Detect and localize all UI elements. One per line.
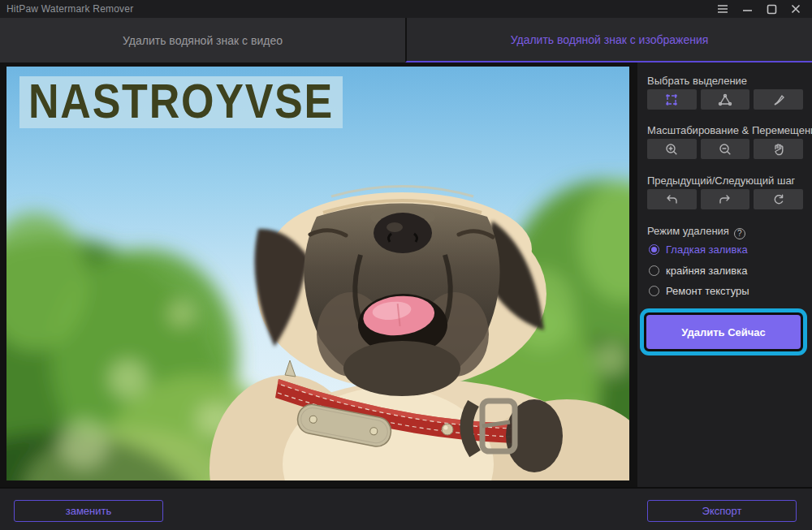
pug-photo: NASTROYVSE	[6, 67, 629, 480]
radio-dot	[649, 265, 659, 276]
history-tools	[647, 189, 803, 209]
window-title: HitPaw Watermark Remover	[6, 3, 133, 15]
undo-icon	[664, 193, 679, 206]
radio-label: Ремонт текстуры	[666, 285, 749, 297]
tools-sidebar: Выбрать выделение	[637, 62, 812, 487]
title-bar: HitPaw Watermark Remover	[0, 0, 812, 18]
help-icon[interactable]: ?	[734, 228, 745, 239]
watermark-text: NASTROYVSE	[28, 74, 334, 128]
radio-edge-fill[interactable]: крайняя заливка	[649, 265, 747, 277]
radio-dot	[649, 286, 659, 296]
zoom-in-button[interactable]	[647, 139, 697, 159]
tab-label: Удалить водяной знак с видео	[123, 34, 283, 47]
tab-remove-watermark-image[interactable]: Удалить водяной знак с изображения	[405, 18, 812, 62]
brush-icon	[771, 93, 786, 107]
remove-now-button[interactable]: Удалить Сейчас	[646, 315, 801, 349]
highlight-annotation: Удалить Сейчас	[640, 308, 807, 355]
tab-bar: Удалить водяной знак с видео Удалить вод…	[0, 18, 812, 62]
removal-mode-title: Режим удаления?	[647, 225, 745, 239]
watermark: NASTROYVSE	[19, 74, 343, 128]
app-window: HitPaw Watermark Remover Удалить водяной…	[0, 0, 812, 530]
close-icon[interactable]	[788, 2, 804, 16]
marquee-select-button[interactable]	[647, 89, 697, 110]
polygon-select-button[interactable]	[701, 89, 750, 110]
history-section-title: Предыдущий/Следующий шаг	[647, 175, 795, 187]
radio-smooth-fill[interactable]: Гладкая заливка	[649, 243, 748, 256]
maximize-icon[interactable]	[763, 2, 780, 16]
tab-label: Удалить водяной знак с изображения	[511, 33, 709, 46]
undo-button[interactable]	[647, 189, 697, 209]
zoom-in-icon	[664, 142, 679, 157]
radio-texture-repair[interactable]: Ремонт текстуры	[649, 285, 749, 297]
menu-icon[interactable]	[715, 2, 731, 16]
export-button[interactable]: Экспорт	[647, 500, 797, 522]
footer-bar: заменить Экспорт	[0, 487, 812, 530]
polygon-select-icon	[718, 93, 732, 107]
redo-button[interactable]	[701, 189, 750, 209]
window-controls	[715, 0, 804, 18]
marquee-select-icon	[664, 93, 679, 107]
selection-section-title: Выбрать выделение	[647, 75, 747, 87]
redo-icon	[718, 193, 732, 206]
image-canvas[interactable]: NASTROYVSE	[6, 67, 629, 480]
hand-button[interactable]	[754, 139, 803, 159]
minimize-icon[interactable]	[739, 2, 755, 16]
reset-icon	[771, 192, 786, 207]
reset-button[interactable]	[754, 189, 803, 209]
brush-button[interactable]	[754, 89, 803, 110]
radio-label: Гладкая заливка	[666, 243, 748, 256]
replace-button[interactable]: заменить	[14, 500, 163, 522]
radio-label: крайняя заливка	[666, 265, 747, 277]
workspace: NASTROYVSE Выбрать выделение	[0, 62, 812, 487]
tab-remove-watermark-video[interactable]: Удалить водяной знак с видео	[0, 18, 405, 62]
zoom-pan-tools	[647, 139, 803, 159]
zoom-out-icon	[718, 142, 732, 157]
selection-tools	[647, 89, 803, 110]
hand-icon	[771, 142, 786, 157]
zoom-out-button[interactable]	[701, 139, 750, 159]
radio-dot	[649, 244, 659, 255]
zoom-pan-section-title: Масштабирование & Перемещение	[647, 124, 812, 136]
